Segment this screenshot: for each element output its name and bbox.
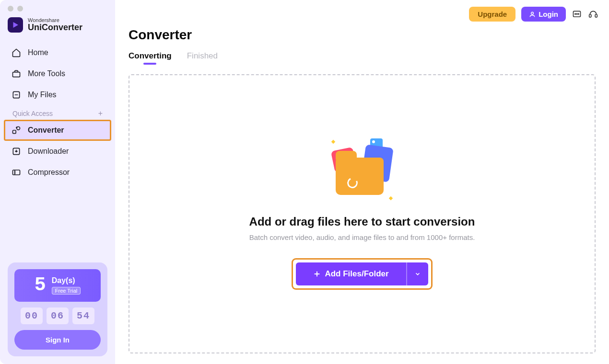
trial-card: 5 Day(s) Free Trial 00 06 54 Sign In: [8, 262, 107, 356]
sidebar-item-converter[interactable]: Converter: [4, 120, 111, 141]
tab-finished[interactable]: Finished: [187, 51, 218, 64]
primary-nav: Home More Tools My Files Quick Access +: [0, 39, 115, 183]
tab-converting[interactable]: Converting: [129, 51, 172, 64]
plus-icon: [313, 270, 321, 278]
sidebar-item-label: Compressor: [28, 168, 70, 177]
sidebar-item-label: Home: [28, 48, 48, 57]
countdown-hours: 00: [21, 307, 43, 324]
sidebar-item-home[interactable]: Home: [4, 42, 111, 63]
countdown-seconds: 54: [72, 307, 94, 324]
add-files-label: Add Files/Folder: [325, 269, 388, 279]
signin-button[interactable]: Sign In: [14, 330, 101, 350]
downloader-icon: [12, 147, 21, 156]
svg-rect-2: [13, 130, 16, 134]
topbar: Upgrade Login: [115, 0, 609, 22]
sidebar-item-my-files[interactable]: My Files: [4, 84, 111, 105]
upgrade-button[interactable]: Upgrade: [469, 7, 515, 22]
sidebar-item-label: Downloader: [28, 147, 69, 156]
user-icon: [529, 11, 536, 18]
toolbox-icon: [12, 69, 21, 79]
trial-days-count: 5: [35, 276, 46, 295]
trial-labels: Day(s) Free Trial: [52, 276, 81, 295]
refresh-icon: [346, 176, 359, 190]
svg-rect-0: [13, 72, 20, 77]
folder-icon: [336, 158, 384, 195]
sidebar-item-label: More Tools: [28, 69, 65, 78]
add-files-dropdown-button[interactable]: [406, 262, 428, 285]
brand: Wondershare UniConverter: [0, 13, 115, 39]
converter-icon: [12, 125, 21, 135]
svg-point-10: [578, 13, 579, 14]
sidebar-item-downloader[interactable]: Downloader: [4, 141, 111, 162]
window-controls: [0, 0, 115, 13]
tabs: Converting Finished: [129, 51, 596, 64]
dropzone-title: Add or drag files here to start conversi…: [249, 215, 475, 228]
app-root: Wondershare UniConverter Home More Tools: [0, 0, 609, 364]
quick-access-header: Quick Access +: [4, 105, 111, 120]
compressor-icon: [12, 168, 21, 177]
support-icon[interactable]: [588, 9, 598, 20]
quick-access-label: Quick Access: [12, 110, 53, 117]
home-icon: [12, 48, 21, 57]
svg-rect-12: [595, 14, 597, 17]
window-min-dot[interactable]: [17, 6, 23, 11]
chevron-down-icon: [414, 271, 421, 277]
dropzone[interactable]: ♪ Add or drag files here to start conver…: [129, 74, 596, 353]
sidebar-item-label: Converter: [28, 126, 64, 135]
brand-logo-icon: [8, 17, 23, 33]
sidebar-item-more-tools[interactable]: More Tools: [4, 63, 111, 84]
svg-point-6: [531, 12, 534, 14]
login-label: Login: [539, 10, 558, 18]
files-icon: [12, 90, 21, 100]
dropzone-illustration: ♪: [331, 139, 393, 202]
feedback-icon[interactable]: [572, 9, 582, 20]
sidebar: Wondershare UniConverter Home More Tools: [0, 0, 115, 364]
countdown-minutes: 06: [47, 307, 69, 324]
brand-bottom: UniConverter: [28, 23, 82, 33]
svg-rect-11: [589, 14, 591, 17]
svg-point-9: [576, 13, 577, 14]
main-area: Upgrade Login Converter Converting Finis…: [115, 0, 609, 364]
add-files-button-group: Add Files/Folder: [293, 260, 431, 288]
sidebar-item-label: My Files: [28, 91, 57, 99]
brand-top: Wondershare: [28, 18, 82, 23]
add-quick-access-button[interactable]: +: [98, 109, 103, 118]
add-files-button[interactable]: Add Files/Folder: [296, 262, 406, 285]
trial-free-badge: Free Trial: [52, 287, 81, 295]
window-close-dot[interactable]: [8, 6, 13, 11]
login-button[interactable]: Login: [521, 7, 566, 22]
content: Converter Converting Finished ♪: [115, 22, 609, 364]
brand-text: Wondershare UniConverter: [28, 18, 82, 33]
trial-banner: 5 Day(s) Free Trial: [14, 269, 101, 302]
sidebar-item-compressor[interactable]: Compressor: [4, 162, 111, 183]
trial-days-label: Day(s): [52, 276, 81, 285]
svg-rect-5: [13, 170, 20, 175]
svg-point-8: [575, 13, 576, 14]
dropzone-subtitle: Batch convert video, audio, and image fi…: [249, 233, 475, 241]
trial-countdown: 00 06 54: [14, 307, 101, 324]
page-title: Converter: [129, 27, 596, 43]
